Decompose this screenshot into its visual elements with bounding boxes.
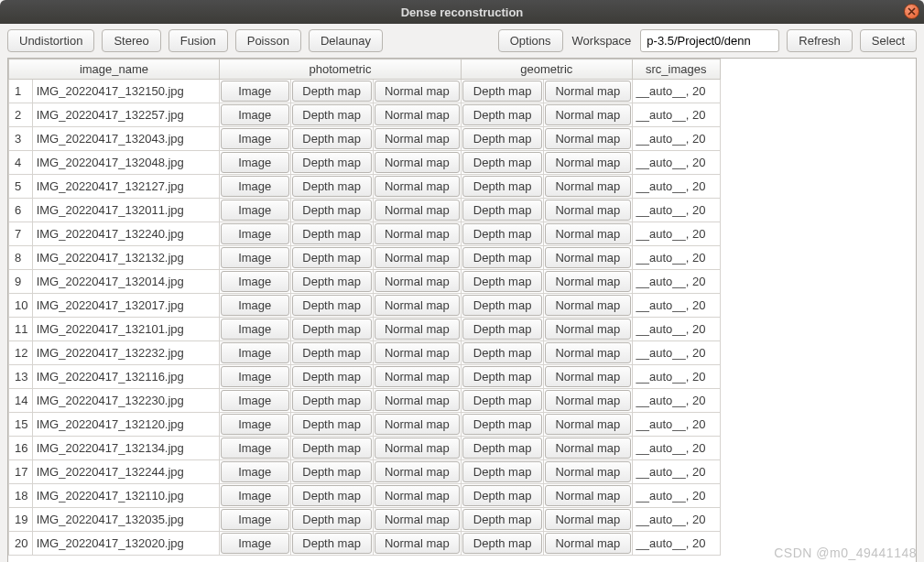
image-button[interactable]: Image (221, 81, 289, 102)
photo-normal-button[interactable]: Normal map (375, 509, 460, 530)
col-photometric[interactable]: photometric (219, 59, 461, 80)
stereo-button[interactable]: Stereo (102, 29, 160, 52)
geo-normal-button[interactable]: Normal map (545, 366, 630, 387)
geo-normal-button[interactable]: Normal map (545, 271, 630, 292)
geo-depth-button[interactable]: Depth map (462, 176, 542, 197)
geo-normal-button[interactable]: Normal map (545, 247, 630, 268)
photo-normal-button[interactable]: Normal map (375, 176, 460, 197)
photo-normal-button[interactable]: Normal map (375, 485, 460, 506)
geo-normal-button[interactable]: Normal map (545, 200, 630, 221)
photo-depth-button[interactable]: Depth map (292, 461, 372, 482)
photo-normal-button[interactable]: Normal map (375, 461, 460, 482)
geo-normal-button[interactable]: Normal map (545, 128, 630, 149)
geo-depth-button[interactable]: Depth map (462, 223, 542, 244)
col-geometric[interactable]: geometric (462, 59, 633, 80)
undistortion-button[interactable]: Undistortion (7, 29, 94, 52)
geo-depth-button[interactable]: Depth map (462, 104, 542, 125)
geo-depth-button[interactable]: Depth map (462, 295, 542, 316)
geo-depth-button[interactable]: Depth map (462, 200, 542, 221)
geo-normal-button[interactable]: Normal map (545, 461, 630, 482)
photo-depth-button[interactable]: Depth map (292, 414, 372, 435)
photo-depth-button[interactable]: Depth map (292, 81, 372, 102)
image-button[interactable]: Image (221, 271, 289, 292)
photo-normal-button[interactable]: Normal map (375, 128, 460, 149)
photo-depth-button[interactable]: Depth map (292, 509, 372, 530)
photo-normal-button[interactable]: Normal map (375, 271, 460, 292)
geo-normal-button[interactable]: Normal map (545, 509, 630, 530)
geo-normal-button[interactable]: Normal map (545, 81, 630, 102)
geo-depth-button[interactable]: Depth map (462, 128, 542, 149)
photo-normal-button[interactable]: Normal map (375, 223, 460, 244)
image-button[interactable]: Image (221, 414, 289, 435)
geo-depth-button[interactable]: Depth map (462, 533, 542, 554)
photo-depth-button[interactable]: Depth map (292, 319, 372, 340)
geo-normal-button[interactable]: Normal map (545, 295, 630, 316)
image-button[interactable]: Image (221, 342, 289, 363)
photo-depth-button[interactable]: Depth map (292, 200, 372, 221)
col-src-images[interactable]: src_images (632, 59, 720, 80)
geo-normal-button[interactable]: Normal map (545, 485, 630, 506)
geo-normal-button[interactable]: Normal map (545, 390, 630, 411)
photo-depth-button[interactable]: Depth map (292, 342, 372, 363)
image-button[interactable]: Image (221, 247, 289, 268)
photo-normal-button[interactable]: Normal map (375, 295, 460, 316)
photo-depth-button[interactable]: Depth map (292, 271, 372, 292)
photo-normal-button[interactable]: Normal map (375, 533, 460, 554)
photo-depth-button[interactable]: Depth map (292, 485, 372, 506)
image-button[interactable]: Image (221, 438, 289, 459)
photo-depth-button[interactable]: Depth map (292, 152, 372, 173)
geo-normal-button[interactable]: Normal map (545, 319, 630, 340)
geo-normal-button[interactable]: Normal map (545, 176, 630, 197)
photo-depth-button[interactable]: Depth map (292, 104, 372, 125)
close-icon[interactable] (904, 4, 919, 19)
photo-normal-button[interactable]: Normal map (375, 200, 460, 221)
photo-normal-button[interactable]: Normal map (375, 104, 460, 125)
photo-depth-button[interactable]: Depth map (292, 390, 372, 411)
image-button[interactable]: Image (221, 223, 289, 244)
geo-normal-button[interactable]: Normal map (545, 414, 630, 435)
geo-depth-button[interactable]: Depth map (462, 81, 542, 102)
geo-depth-button[interactable]: Depth map (462, 485, 542, 506)
options-button[interactable]: Options (498, 29, 563, 52)
refresh-button[interactable]: Refresh (787, 29, 853, 52)
geo-depth-button[interactable]: Depth map (462, 461, 542, 482)
geo-depth-button[interactable]: Depth map (462, 271, 542, 292)
geo-depth-button[interactable]: Depth map (462, 390, 542, 411)
geo-depth-button[interactable]: Depth map (462, 414, 542, 435)
image-button[interactable]: Image (221, 366, 289, 387)
image-button[interactable]: Image (221, 104, 289, 125)
geo-normal-button[interactable]: Normal map (545, 223, 630, 244)
table-container[interactable]: image_name photometric geometric src_ima… (7, 58, 917, 562)
photo-normal-button[interactable]: Normal map (375, 390, 460, 411)
photo-depth-button[interactable]: Depth map (292, 438, 372, 459)
photo-depth-button[interactable]: Depth map (292, 295, 372, 316)
photo-depth-button[interactable]: Depth map (292, 247, 372, 268)
image-button[interactable]: Image (221, 200, 289, 221)
image-button[interactable]: Image (221, 390, 289, 411)
photo-normal-button[interactable]: Normal map (375, 342, 460, 363)
geo-depth-button[interactable]: Depth map (462, 438, 542, 459)
photo-normal-button[interactable]: Normal map (375, 414, 460, 435)
photo-depth-button[interactable]: Depth map (292, 366, 372, 387)
image-button[interactable]: Image (221, 152, 289, 173)
geo-normal-button[interactable]: Normal map (545, 438, 630, 459)
photo-normal-button[interactable]: Normal map (375, 438, 460, 459)
photo-normal-button[interactable]: Normal map (375, 247, 460, 268)
geo-normal-button[interactable]: Normal map (545, 152, 630, 173)
poisson-button[interactable]: Poisson (235, 29, 301, 52)
geo-normal-button[interactable]: Normal map (545, 104, 630, 125)
geo-depth-button[interactable]: Depth map (462, 247, 542, 268)
photo-normal-button[interactable]: Normal map (375, 366, 460, 387)
photo-depth-button[interactable]: Depth map (292, 128, 372, 149)
fusion-button[interactable]: Fusion (168, 29, 228, 52)
image-button[interactable]: Image (221, 533, 289, 554)
image-button[interactable]: Image (221, 319, 289, 340)
col-image-name[interactable]: image_name (9, 59, 220, 80)
photo-normal-button[interactable]: Normal map (375, 319, 460, 340)
photo-depth-button[interactable]: Depth map (292, 176, 372, 197)
select-button[interactable]: Select (860, 29, 917, 52)
photo-normal-button[interactable]: Normal map (375, 152, 460, 173)
geo-depth-button[interactable]: Depth map (462, 509, 542, 530)
photo-depth-button[interactable]: Depth map (292, 533, 372, 554)
image-button[interactable]: Image (221, 176, 289, 197)
